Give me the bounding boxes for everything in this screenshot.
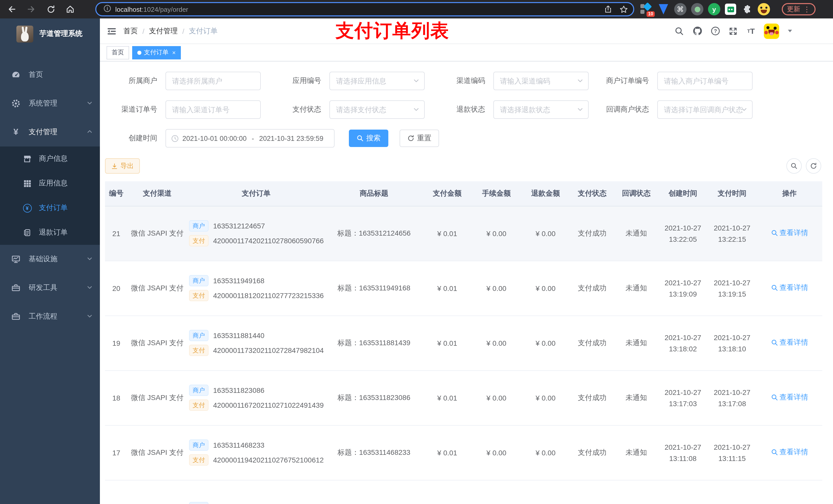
pay-order-no: 4200001181202110277723215336 (213, 291, 324, 299)
font-size-icon[interactable]: TT (746, 26, 756, 36)
user-avatar[interactable] (764, 23, 779, 39)
view-detail-label: 查看详情 (780, 448, 808, 457)
tab-close-icon[interactable]: × (172, 49, 176, 56)
refresh-table-button[interactable] (806, 158, 821, 174)
filter-channel-order-no-input[interactable] (165, 100, 261, 119)
filter-app-no-input[interactable] (329, 72, 425, 90)
hamburger-icon[interactable] (104, 23, 119, 39)
view-detail-link[interactable]: 查看详情 (771, 393, 808, 402)
sidebar-item-refund-order[interactable]: 退款订单 (0, 220, 100, 245)
sidebar-item-app-info[interactable]: 应用信息 (0, 171, 100, 196)
filter-merchant-control (165, 72, 261, 90)
merchant-order-no: 1635311881440 (213, 331, 264, 340)
extension-chat-icon[interactable] (725, 4, 736, 15)
order-pay-line: 支付4200001167202110271022491439 (189, 400, 323, 411)
order-merchant-line: 商户1635311468233 (189, 439, 323, 451)
merchant-order-no: 1635311468233 (213, 441, 264, 449)
merchant-tag: 商户 (189, 439, 209, 451)
paid-line: 2021-10-27 (710, 386, 755, 398)
filter-group-refund-status: 退款状态 (433, 100, 597, 119)
toggle-search-button[interactable] (786, 158, 802, 174)
view-detail-link[interactable]: 查看详情 (771, 229, 808, 238)
cell-id: 19 (105, 315, 127, 370)
cell-fee: ¥ 0.00 (472, 425, 521, 480)
sidebar-item-dev-tools[interactable]: 研发工具 (0, 273, 100, 302)
filter-merchant-input[interactable] (165, 72, 261, 90)
pay-tag: 支付 (189, 235, 209, 246)
tab-label: 首页 (112, 48, 124, 57)
export-button[interactable]: 导出 (105, 158, 140, 174)
pay-order-no: 4200001174202110278060590766 (213, 237, 324, 245)
github-icon[interactable] (692, 26, 703, 36)
extensions-puzzle-icon[interactable] (741, 3, 753, 15)
browser-back-icon[interactable] (5, 3, 19, 16)
sidebar-item-system[interactable]: 系统管理 (0, 89, 100, 118)
sidebar-submenu-payment: 商户信息应用信息¥支付订单退款订单 (0, 146, 100, 245)
cell-pay-status: 支付成功 (570, 370, 614, 425)
logo-rabbit-icon (16, 25, 33, 42)
sidebar-item-infrastructure[interactable]: 基础设施 (0, 245, 100, 273)
share-icon[interactable] (604, 5, 612, 13)
fullscreen-icon[interactable] (728, 26, 738, 36)
cell-title: 标题：1635311949168 (325, 261, 423, 315)
filter-channel-code-input[interactable] (493, 72, 589, 90)
browser-menu-icon[interactable]: ⋮ (803, 5, 810, 13)
sidebar: 芋道管理系统 首页系统管理¥支付管理商户信息应用信息¥支付订单退款订单基础设施研… (0, 19, 100, 504)
reset-button[interactable]: 重置 (400, 129, 439, 147)
sidebar-item-workflow[interactable]: 工作流程 (0, 302, 100, 331)
search-button[interactable]: 搜索 (349, 129, 388, 147)
filter-merchant-order-no-input[interactable] (657, 72, 753, 90)
site-info-icon[interactable] (103, 5, 111, 14)
table-toolbar: 导出 (105, 158, 828, 174)
extension-jam-icon[interactable]: 10 (640, 3, 653, 15)
browser-forward-icon[interactable] (25, 3, 38, 16)
filter-notify-status-input[interactable] (657, 100, 753, 119)
view-detail-link[interactable]: 查看详情 (771, 338, 808, 347)
filter-channel-code-label: 渠道编码 (433, 76, 493, 86)
extension-recorder-icon[interactable] (691, 3, 704, 15)
table-row: 17微信 JSAPI 支付商户1635311468233支付4200001194… (105, 425, 822, 480)
filter-row-1: 所属商户应用编号渠道编码商户订单编号 (105, 72, 828, 90)
column-header: 手续金额 (472, 181, 521, 206)
breadcrumb-item[interactable]: 支付管理 (149, 26, 178, 35)
sidebar-item-merchant-info[interactable]: 商户信息 (0, 146, 100, 171)
filter-refund-status-label: 退款状态 (433, 105, 493, 114)
gear-icon (11, 99, 21, 108)
profile-avatar-icon[interactable] (758, 3, 770, 15)
sidebar-item-pay-order[interactable]: ¥支付订单 (0, 196, 100, 220)
app-logo[interactable]: 芋道管理系统 (0, 19, 100, 49)
created-line: 13:18:02 (660, 343, 706, 354)
cell-fee: ¥ 0.00 (472, 261, 521, 315)
bookmark-star-icon[interactable] (619, 5, 628, 14)
view-detail-link[interactable]: 查看详情 (771, 448, 808, 457)
cell-paid: 2021-10-2713:22:15 (708, 206, 757, 261)
url-text[interactable]: localhost:1024/pay/order (115, 5, 597, 13)
extension-command-icon[interactable]: ⌘ (674, 3, 687, 15)
extension-cone-icon[interactable] (657, 3, 670, 15)
breadcrumb: 首页/支付管理/支付订单 (123, 26, 218, 35)
extension-y-icon[interactable]: y (708, 3, 720, 15)
create-time-range-input[interactable]: 2021-10-01 00:00:00 - 2021-10-31 23:59:5… (165, 129, 335, 147)
breadcrumb-item[interactable]: 首页 (123, 26, 138, 35)
filter-group-channel-code: 渠道编码 (433, 72, 597, 90)
sidebar-item-payment[interactable]: ¥支付管理 (0, 118, 100, 146)
cell-channel: 微信 JSAPI 支付 (127, 425, 187, 480)
cell-action: 查看详情 (757, 315, 822, 370)
view-detail-link[interactable]: 查看详情 (771, 283, 808, 292)
browser-reload-icon[interactable] (44, 3, 57, 16)
browser-home-icon[interactable] (64, 3, 77, 16)
tab-支付订单[interactable]: 支付订单× (132, 46, 181, 59)
merchant-tag: 商户 (189, 275, 209, 286)
header-search-icon[interactable] (674, 26, 685, 36)
filter-refund-status-input[interactable] (493, 100, 589, 119)
sidebar-item-home[interactable]: 首页 (0, 61, 100, 89)
cell-fee: ¥ 0.00 (472, 370, 521, 425)
cell-action: 查看详情 (757, 370, 822, 425)
browser-update-button[interactable]: 更新 ⋮ (782, 3, 815, 15)
tab-首页[interactable]: 首页 (106, 46, 129, 59)
help-icon[interactable]: ? (710, 26, 720, 36)
caret-down-icon[interactable] (787, 27, 793, 35)
filter-pay-status-input[interactable] (329, 100, 425, 119)
address-bar[interactable]: localhost:1024/pay/order (95, 2, 634, 16)
column-header: 创建时间 (658, 181, 708, 206)
